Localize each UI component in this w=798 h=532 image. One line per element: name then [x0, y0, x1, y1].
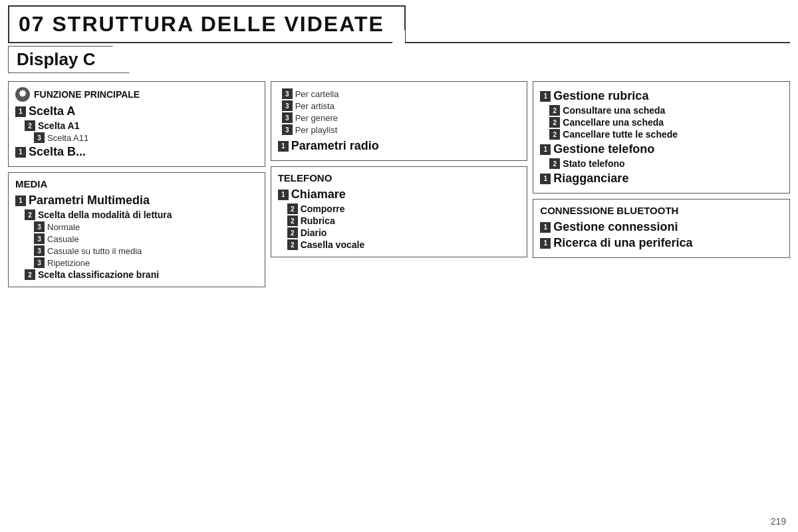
- casuale-tutto-row: 3 Casuale su tutto il media: [15, 245, 258, 256]
- chiamare-label: Chiamare: [291, 188, 346, 201]
- column-3: 1 Gestione rubrica 2 Consultare una sche…: [533, 81, 790, 519]
- gestione-rubrica-row: 1 Gestione rubrica: [540, 89, 783, 103]
- scelta-b-label: Scelta B...: [29, 145, 86, 159]
- page-header: 07 STRUTTURA DELLE VIDEATE: [0, 0, 798, 43]
- scelta-a-row: 1 Scelta A: [15, 104, 258, 118]
- gestione-rubrica-label: Gestione rubrica: [553, 89, 648, 103]
- funzione-principale-title: FUNZIONE PRINCIPALE: [34, 89, 140, 100]
- badge-cv2: 2: [287, 239, 298, 250]
- stato-telefono-label: Stato telefono: [563, 158, 624, 169]
- ripetizione-label: Ripetizione: [47, 258, 90, 268]
- per-genere-label: Per genere: [295, 113, 338, 123]
- bluetooth-title: CONNESSIONE BLUETOOTH: [540, 205, 783, 217]
- scelta-modalita-label: Scelta della modalità di lettura: [38, 209, 172, 220]
- gestione-connessioni-label: Gestione connessioni: [553, 220, 678, 234]
- column-2: 3 Per cartella 3 Per artista 3 Per gener…: [271, 81, 528, 519]
- gear-icon: [15, 87, 30, 102]
- subtitle-area: Display C: [0, 43, 798, 77]
- badge-ri1: 1: [540, 174, 551, 184]
- casuale-row: 3 Casuale: [15, 233, 258, 244]
- riagganciare-label: Riagganciare: [553, 172, 628, 186]
- parametri-multimedia-row: 1 Parametri Multimedia: [15, 194, 258, 207]
- badge-ct3: 3: [34, 245, 45, 256]
- per-cartella-label: Per cartella: [295, 89, 339, 99]
- bluetooth-box: CONNESSIONE BLUETOOTH 1 Gestione conness…: [533, 199, 790, 258]
- per-cartella-row: 3 Per cartella: [278, 88, 521, 99]
- badge-ca2: 2: [549, 117, 560, 128]
- consultare-row: 2 Consultare una scheda: [540, 105, 783, 116]
- badge-ru2: 2: [287, 215, 298, 226]
- scelta-a11-label: Scelta A11: [47, 133, 88, 143]
- riagganciare-row: 1 Riagganciare: [540, 172, 783, 186]
- funzione-principale-box: FUNZIONE PRINCIPALE 1 Scelta A 2 Scelta …: [8, 81, 265, 167]
- badge-cat2: 2: [549, 129, 560, 140]
- badge-pm1: 1: [15, 196, 26, 206]
- content-area: FUNZIONE PRINCIPALE 1 Scelta A 2 Scelta …: [0, 77, 798, 523]
- badge-1b: 1: [15, 147, 26, 158]
- ripetizione-row: 3 Ripetizione: [15, 257, 258, 268]
- cancellare-label: Cancellare una scheda: [563, 117, 664, 128]
- badge-rp1: 1: [540, 238, 551, 249]
- badge-pa3: 3: [282, 100, 293, 111]
- scelta-b-row: 1 Scelta B...: [15, 145, 258, 159]
- stato-telefono-row: 2 Stato telefono: [540, 158, 783, 169]
- per-playlist-label: Per playlist: [295, 125, 338, 135]
- telefono-box: TELEFONO 1 Chiamare 2 Comporre 2 Rubrica…: [271, 166, 528, 257]
- ricerca-periferica-row: 1 Ricerca di una periferica: [540, 236, 783, 250]
- scelta-a-label: Scelta A: [29, 104, 75, 118]
- badge-r3: 3: [34, 257, 45, 268]
- rubrica-label: Rubrica: [301, 215, 335, 226]
- badge-c3: 3: [34, 233, 45, 244]
- cancellare-tutte-label: Cancellare tutte le schede: [563, 129, 678, 140]
- badge-n3: 3: [34, 221, 45, 232]
- scelta-classificazione-label: Scelta classificazione brani: [38, 269, 159, 280]
- page-subtitle: Display C: [17, 49, 96, 69]
- badge-pc3: 3: [282, 88, 293, 99]
- parametri-radio-row: 1 Parametri radio: [278, 139, 521, 153]
- casuale-tutto-label: Casuale su tutto il media: [47, 246, 142, 256]
- gestione-telefono-label: Gestione telefono: [553, 142, 654, 156]
- cancellare-tutte-row: 2 Cancellare tutte le schede: [540, 129, 783, 140]
- normale-label: Normale: [47, 222, 80, 232]
- rubrica-row: 2 Rubrica: [278, 215, 521, 226]
- badge-ch1: 1: [278, 190, 289, 200]
- chiamare-row: 1 Chiamare: [278, 188, 521, 201]
- badge-pm2: 2: [25, 209, 35, 220]
- gestione-box: 1 Gestione rubrica 2 Consultare una sche…: [533, 81, 790, 194]
- badge-sc2: 2: [25, 269, 35, 280]
- gestione-telefono-row: 1 Gestione telefono: [540, 142, 783, 156]
- ricerca-periferica-label: Ricerca di una periferica: [553, 236, 692, 250]
- parametri-radio-label: Parametri radio: [291, 139, 379, 153]
- consultare-label: Consultare una scheda: [563, 105, 665, 116]
- parametri-multimedia-label: Parametri Multimedia: [29, 194, 150, 207]
- page-number: 219: [771, 516, 786, 527]
- casuale-label: Casuale: [47, 234, 79, 244]
- casella-vocale-label: Casella vocale: [301, 239, 365, 250]
- badge-3: 3: [34, 132, 45, 143]
- per-artista-row: 3 Per artista: [278, 100, 521, 111]
- per-genere-row: 3 Per genere: [278, 112, 521, 123]
- scelta-a11-row: 3 Scelta A11: [15, 132, 258, 143]
- per-playlist-row: 3 Per playlist: [278, 124, 521, 135]
- column-1: FUNZIONE PRINCIPALE 1 Scelta A 2 Scelta …: [8, 81, 265, 519]
- badge-pr1: 1: [278, 141, 289, 152]
- scelta-a1-row: 2 Scelta A1: [15, 120, 258, 131]
- normale-row: 3 Normale: [15, 221, 258, 232]
- media-box: MEDIA 1 Parametri Multimedia 2 Scelta de…: [8, 172, 265, 287]
- badge-st2: 2: [549, 158, 560, 169]
- scelta-a1-label: Scelta A1: [38, 120, 80, 131]
- scelta-classificazione-row: 2 Scelta classificazione brani: [15, 269, 258, 280]
- badge-gt1: 1: [540, 144, 551, 155]
- badge-di2: 2: [287, 227, 298, 238]
- badge-pp3: 3: [282, 124, 293, 135]
- per-artista-label: Per artista: [295, 101, 334, 111]
- media-sub-box: 3 Per cartella 3 Per artista 3 Per gener…: [271, 81, 528, 161]
- diario-label: Diario: [301, 227, 327, 238]
- badge-gr1: 1: [540, 91, 551, 102]
- telefono-title: TELEFONO: [278, 172, 521, 185]
- cancellare-row: 2 Cancellare una scheda: [540, 117, 783, 128]
- comporre-label: Comporre: [301, 203, 345, 214]
- diario-row: 2 Diario: [278, 227, 521, 238]
- badge-co2: 2: [287, 203, 298, 214]
- scelta-modalita-row: 2 Scelta della modalità di lettura: [15, 209, 258, 220]
